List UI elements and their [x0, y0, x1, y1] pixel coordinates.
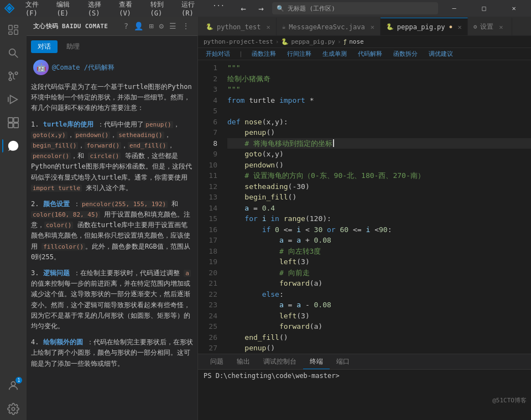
code-line-12[interactable]: setheading(-30): [227, 181, 531, 192]
activity-icon-comate[interactable]: [2, 135, 24, 157]
token: <=: [279, 224, 296, 235]
activity-icon-search[interactable]: [2, 42, 24, 64]
svg-point-8: [9, 78, 12, 81]
ctx-btn-code-explain[interactable]: 代码解释: [356, 49, 384, 59]
comate-label[interactable]: @Comate /代码解释: [52, 63, 114, 72]
activity-icon-run[interactable]: [2, 88, 24, 111]
code-line-4[interactable]: from turtle import *: [227, 95, 531, 106]
ctx-btn-optimize[interactable]: 调优建议: [426, 49, 455, 59]
activity-icon-git[interactable]: [2, 65, 24, 87]
breadcrumb-file[interactable]: peppa_pig.py: [291, 38, 335, 45]
code-line-18[interactable]: # 向左转3度: [227, 246, 531, 257]
code-line-6[interactable]: def nose(x,y):: [227, 117, 531, 128]
token: [227, 332, 244, 343]
minimize-button[interactable]: –: [441, 0, 467, 17]
activity-icon-extensions[interactable]: [2, 112, 24, 134]
code-line-1[interactable]: """: [227, 62, 531, 74]
activity-icon-accounts[interactable]: 1: [2, 375, 24, 397]
maximize-button[interactable]: □: [471, 0, 497, 17]
nav-back[interactable]: ←: [236, 1, 251, 16]
tab-close-python-test[interactable]: ✕: [266, 23, 270, 31]
ctx-btn-dialog[interactable]: 开始对话: [204, 49, 232, 59]
code-line-15[interactable]: for i in range(120):: [227, 213, 531, 224]
ctx-btn-inline-comment[interactable]: 行间注释: [285, 49, 314, 59]
token: (a): [310, 278, 322, 289]
menu-run[interactable]: 运行(R): [177, 0, 207, 18]
code-line-2[interactable]: 绘制小猪佩奇: [227, 74, 531, 85]
code-line-9[interactable]: goto(x,y): [227, 149, 531, 160]
token: [227, 311, 279, 322]
token: import: [279, 95, 305, 106]
activity-icon-settings[interactable]: [2, 398, 24, 420]
token: i: [296, 224, 301, 235]
chat-tab-assistant[interactable]: 助理: [60, 40, 86, 53]
ctx-btn-fn-split[interactable]: 函数拆分: [391, 49, 420, 59]
token: left: [279, 256, 296, 267]
menu-view[interactable]: 查看(V): [114, 0, 144, 18]
sidebar-icon-user[interactable]: 👤: [133, 20, 144, 32]
chat-tab-dialog[interactable]: 对话: [31, 40, 58, 53]
code-line-19[interactable]: left(3): [227, 256, 531, 267]
code-line-17[interactable]: a = a + 0.08: [227, 235, 531, 246]
code-line-26[interactable]: end_fill(): [227, 332, 531, 343]
code-line-27[interactable]: penup(): [227, 343, 531, 354]
panel-tab-problems[interactable]: 问题: [204, 355, 230, 369]
menu-file[interactable]: 文件(F): [21, 0, 51, 18]
activity-icon-explorer[interactable]: [2, 19, 24, 41]
menu-select[interactable]: 选择(S): [84, 0, 113, 18]
code-line-14[interactable]: a = 0.4: [227, 203, 531, 214]
panel-tabs: 问题 输出 调试控制台 终端 端口: [198, 354, 531, 370]
tab-python-test[interactable]: 🐍 python_test ✕: [200, 18, 277, 35]
code-line-13[interactable]: begin_fill(): [227, 192, 531, 203]
code-line-16[interactable]: if 0 <= i < 30 or 60 <= i <90:: [227, 224, 531, 235]
tab-message-area[interactable]: ☕ MessageAreaSvc.java ✕: [277, 18, 381, 35]
tab-dirty-peppa: ●: [450, 24, 452, 29]
sidebar-icon-settings[interactable]: ⚙: [158, 20, 165, 32]
breadcrumb-project[interactable]: python-project-test: [204, 38, 273, 45]
menu-goto[interactable]: 转到(G): [146, 0, 176, 18]
code-line-20[interactable]: # 向前走: [227, 267, 531, 279]
sidebar-icon-grid[interactable]: ⊞: [148, 20, 154, 32]
tab-close-settings[interactable]: ✕: [499, 23, 503, 31]
analysis-item-1: 1. turtle库的使用 ：代码中使用了penup()，goto(x,y)，p…: [31, 119, 193, 193]
sidebar-icon-help[interactable]: ?: [123, 20, 129, 32]
token: [227, 170, 244, 181]
tab-peppa-pig[interactable]: 🐍 peppa_pig.py ● ✕: [381, 18, 468, 35]
panel-tab-terminal[interactable]: 终端: [303, 355, 330, 369]
panel-tab-debug[interactable]: 调试控制台: [257, 355, 303, 369]
code-line-23[interactable]: a = a - 0.08: [227, 300, 531, 311]
svg-point-15: [11, 382, 15, 386]
token: """: [227, 84, 240, 95]
breadcrumb-function[interactable]: nose: [349, 38, 364, 45]
ctx-btn-unit-test[interactable]: 生成单测: [320, 49, 349, 59]
code-line-7[interactable]: penup(): [227, 127, 531, 138]
tab-close-message[interactable]: ✕: [371, 23, 374, 31]
tab-settings[interactable]: ⚙ 设置 ✕: [468, 18, 512, 35]
code-line-5[interactable]: [227, 106, 531, 117]
sidebar-icon-dots[interactable]: ⋮: [181, 20, 191, 32]
code-line-24[interactable]: left(3): [227, 311, 531, 322]
token: [227, 138, 244, 149]
nav-forward[interactable]: →: [253, 1, 269, 16]
token: for: [244, 213, 257, 224]
code-line-11[interactable]: # 设置海龟的方向（0-东、90-北、180-西、270-南）: [227, 170, 531, 181]
panel-tab-output[interactable]: 输出: [230, 355, 257, 369]
code-line-21[interactable]: forward(a): [227, 278, 531, 289]
panel-content[interactable]: PS D:\chetingting\code\web-master>: [198, 370, 531, 420]
sidebar-icon-list[interactable]: ☰: [168, 20, 178, 32]
code-line-22[interactable]: else:: [227, 289, 531, 300]
close-button[interactable]: ✕: [501, 0, 527, 17]
line-number-22: 22: [209, 289, 217, 300]
ctx-btn-fn-comment[interactable]: 函数注释: [249, 49, 278, 59]
code-content[interactable]: """绘制小猪佩奇"""from turtle import *def nose…: [223, 60, 531, 354]
menu-edit[interactable]: 编辑(E): [52, 0, 82, 18]
code-line-25[interactable]: forward(a): [227, 321, 531, 332]
tab-close-peppa[interactable]: ✕: [457, 23, 461, 31]
code-line-8[interactable]: # 将海龟移动到指定的坐标: [227, 138, 531, 149]
panel-tab-ports[interactable]: 端口: [330, 355, 356, 369]
code-line-3[interactable]: """: [227, 84, 531, 95]
menu-more[interactable]: ...: [208, 0, 229, 18]
title-search[interactable]: 🔍 无标题 (工作区): [272, 2, 438, 14]
token: (x,y):: [262, 117, 288, 128]
code-line-10[interactable]: pendown(): [227, 160, 531, 171]
